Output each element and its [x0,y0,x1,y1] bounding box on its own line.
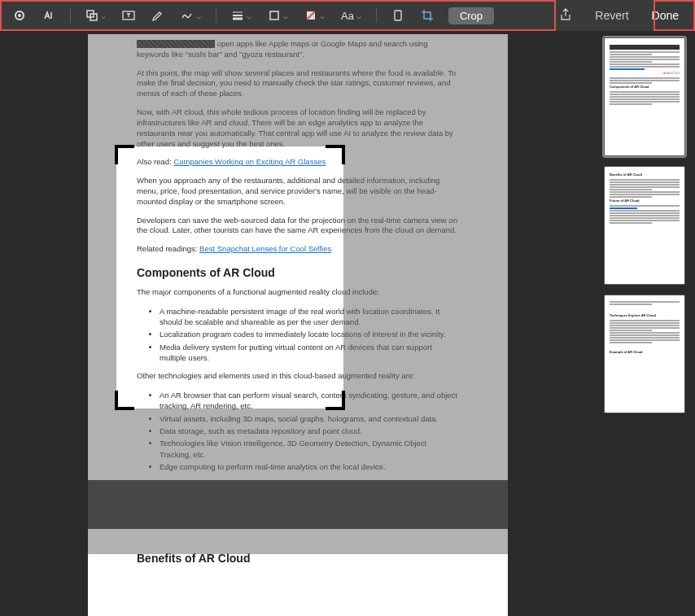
svg-rect-11 [395,11,401,20]
fill-color-tool[interactable] [299,5,330,26]
component-list: A machine-readable persistent image of t… [160,306,459,363]
paragraph-text: At this point, the map will show several… [137,68,459,99]
done-button[interactable]: Done [644,6,687,25]
page-thumbnail-2[interactable]: Benefits of AR Cloud Future of AR Cloud [604,166,685,285]
text-box-tool-icon[interactable] [117,5,140,26]
paragraph-text: The major components of a functional aug… [137,287,459,298]
article-link[interactable]: Best Snapchat Lenses for Cool Selfies [199,244,331,253]
list-item: Media delivery system for putting virtua… [160,342,459,364]
rotate-tool-icon[interactable] [387,5,409,26]
stroke-color-tool[interactable] [263,5,293,26]
svg-rect-8 [270,11,278,20]
paragraph-text: Now, with AR cloud, this whole tedious p… [137,107,459,149]
revert-button[interactable]: Revert [587,6,636,25]
list-item: Localization program codes to immediatel… [160,329,459,339]
list-item: Data storage, such as metadata repositor… [160,426,459,436]
canvas-area[interactable]: open apps like Apple maps or Google Maps… [0,31,596,616]
toolbar-divider [376,8,377,23]
record-tool-icon[interactable] [8,5,31,26]
page-gap [88,480,508,529]
highlight-tool-icon[interactable] [146,5,169,26]
toolbar-divider [70,8,71,23]
shapes-tool[interactable] [81,5,111,26]
font-tool[interactable]: Aa [336,5,366,26]
page-thumbnail-1[interactable]: Added Text Components of AR Cloud [604,37,685,156]
section-heading: Components of AR Cloud [137,266,459,279]
list-item: An AR browser that can perform visual se… [160,390,459,412]
list-item: Edge computing to perform real-time anal… [160,461,459,472]
crop-dim-overlay [88,146,116,408]
crop-button[interactable]: Crop [448,7,494,24]
paragraph-text: Developers can save the web-sourced data… [137,216,459,237]
toolbar: Aa Crop Revert Done [0,0,695,31]
page-thumbnail-3[interactable]: Techniques Explore AR Cloud Example of A… [604,295,685,413]
svg-point-1 [18,14,21,17]
paragraph-text: Also read: [137,157,173,166]
markup-tool-icon[interactable] [37,5,60,26]
redacted-text [137,40,215,48]
crop-handle-bl[interactable] [115,391,134,410]
thumb-annotation-label: Added Text [610,72,680,76]
paragraph-text: Related readings: [137,244,199,253]
thumbnail-sidebar: Added Text Components of AR Cloud Benefi… [596,31,695,616]
thumb-heading: Future of AR Cloud [610,199,680,203]
list-item: Virtual assets, including 3D maps, socia… [160,413,459,424]
crop-handle-tl[interactable] [115,145,134,164]
section-heading: Benefits of AR Cloud [137,552,459,565]
article-link[interactable]: Companies Working on Exciting AR Glasses [173,157,326,166]
signature-tool[interactable] [176,5,206,26]
thumb-heading: Components of AR Cloud [610,85,680,90]
line-weight-tool[interactable] [226,5,256,26]
paragraph-text: Other technologies and elements used in … [137,371,459,382]
thumb-heading: Example of AR Cloud [610,351,680,355]
list-item: A machine-readable persistent image of t… [160,306,459,328]
list-item: Technologies like Vision Intelligence, 3… [160,438,459,460]
paragraph-text: When you approach any of the restaurants… [137,176,459,207]
document-page: open apps like Apple maps or Google Maps… [88,34,508,616]
toolbar-divider [216,8,216,23]
share-button[interactable] [551,5,580,27]
crop-tool-icon[interactable] [416,5,439,26]
tech-list: An AR browser that can perform visual se… [160,390,459,472]
thumb-heading: Benefits of AR Cloud [610,173,680,177]
thumb-heading: Techniques Explore AR Cloud [610,314,680,318]
